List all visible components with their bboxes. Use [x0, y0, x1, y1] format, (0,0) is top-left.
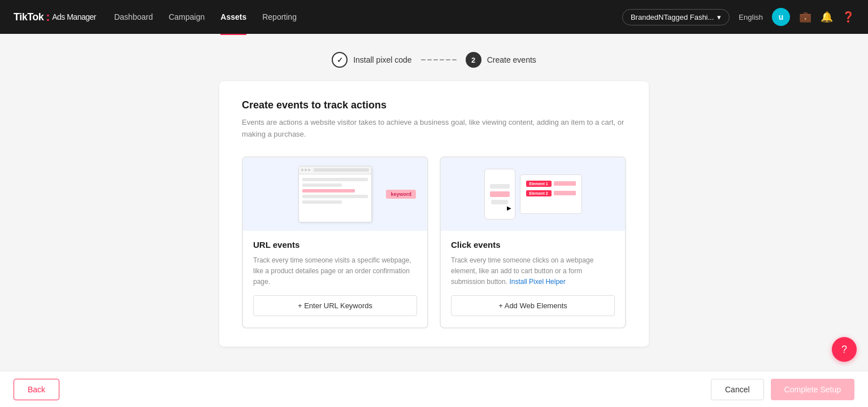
avatar[interactable]: u	[772, 8, 790, 26]
url-event-illustration: keyword	[243, 157, 427, 231]
url-event-desc: Track every time someone visits a specif…	[253, 255, 417, 288]
phone-row-1	[490, 184, 510, 189]
element-1-tag: Element 1	[526, 181, 552, 187]
navbar: TikTok: Ads Manager Dashboard Campaign A…	[0, 0, 868, 34]
install-pixel-helper-link[interactable]: Install Pixel Helper	[509, 278, 565, 286]
page-subtitle: Events are actions a website visitor tak…	[242, 117, 626, 141]
browser-row-2	[302, 183, 342, 187]
footer-right: Cancel Complete Setup	[711, 379, 854, 400]
briefcase-icon[interactable]: 💼	[799, 11, 811, 23]
click-event-desc: Track every time someone clicks on a web…	[451, 255, 615, 288]
content-card: Create events to track actions Events ar…	[219, 81, 649, 347]
checkmark-icon: ✓	[337, 56, 343, 64]
url-event-card: keyword URL events Track every time some…	[242, 156, 428, 329]
brand-dot: :	[46, 11, 50, 23]
brand-tiktok-text: TikTok	[14, 11, 44, 23]
browser-row-4	[302, 195, 368, 198]
step-divider	[421, 59, 457, 60]
click-event-illustration: ▶ Element 1 Element 2	[441, 157, 625, 231]
click-event-title: Click events	[451, 240, 615, 250]
element-row-2: Element 2	[526, 190, 576, 196]
url-event-body: URL events Track every time someone visi…	[243, 231, 427, 328]
browser-row-5	[302, 200, 342, 204]
browser-mock	[298, 166, 372, 222]
step-1: ✓ Install pixel code	[332, 52, 412, 68]
nav-campaign[interactable]: Campaign	[168, 10, 205, 24]
add-web-elements-button[interactable]: + Add Web Elements	[451, 295, 615, 316]
account-selector[interactable]: BrandedNTagged Fashi... ▾	[622, 9, 730, 25]
browser-dot-2	[305, 169, 307, 171]
browser-row-3	[302, 189, 355, 192]
question-icon: ?	[841, 344, 847, 356]
click-event-body: Click events Track every time someone cl…	[441, 231, 625, 328]
browser-url-bar	[314, 168, 369, 172]
nav-dashboard[interactable]: Dashboard	[114, 10, 153, 24]
step-1-circle: ✓	[332, 52, 348, 68]
page-title: Create events to track actions	[242, 99, 626, 111]
brand-logo[interactable]: TikTok: Ads Manager	[14, 11, 96, 23]
browser-dot-3	[308, 169, 310, 171]
event-cards: keyword URL events Track every time some…	[242, 156, 626, 329]
enter-url-keywords-button[interactable]: + Enter URL Keywords	[253, 295, 417, 316]
keyword-tag: keyword	[386, 190, 416, 199]
nav-links: Dashboard Campaign Assets Reporting	[114, 10, 604, 24]
step-2-circle: 2	[466, 52, 481, 68]
url-illustration-inner: keyword	[243, 157, 427, 231]
phone-btn-1	[490, 191, 510, 197]
element-2-tag: Element 2	[526, 190, 552, 196]
step-2: 2 Create events	[466, 52, 536, 68]
element-row-1: Element 1	[526, 181, 576, 187]
elements-mock: Element 1 Element 2	[520, 174, 582, 214]
complete-setup-button[interactable]: Complete Setup	[771, 379, 854, 400]
stepper: ✓ Install pixel code 2 Create events	[0, 34, 868, 81]
chevron-down-icon: ▾	[717, 13, 721, 21]
cursor-icon: ▶	[507, 205, 511, 211]
bell-icon[interactable]: 🔔	[821, 11, 833, 23]
browser-bar	[299, 167, 371, 174]
main-content: Create events to track actions Events ar…	[0, 81, 868, 392]
browser-row-1	[302, 178, 368, 181]
element-2-bar	[554, 191, 576, 195]
nav-assets[interactable]: Assets	[220, 10, 246, 24]
brand-ads-text: Ads Manager	[52, 12, 96, 21]
navbar-right: BrandedNTagged Fashi... ▾ English u 💼 🔔 …	[622, 8, 854, 26]
footer: Back Cancel Complete Setup	[0, 371, 868, 407]
element-1-bar	[554, 181, 576, 186]
step-2-label: Create events	[487, 55, 536, 64]
click-event-card: ▶ Element 1 Element 2	[440, 156, 626, 329]
phone-row-2	[491, 200, 508, 204]
browser-dot-1	[301, 169, 303, 171]
nav-reporting[interactable]: Reporting	[262, 10, 297, 24]
back-button[interactable]: Back	[14, 379, 59, 400]
help-fab-button[interactable]: ?	[832, 337, 857, 362]
phone-mock: ▶	[484, 169, 515, 220]
cancel-button[interactable]: Cancel	[711, 379, 764, 400]
help-circle-icon[interactable]: ❓	[842, 11, 854, 23]
language-selector[interactable]: English	[739, 13, 763, 21]
url-event-title: URL events	[253, 240, 417, 250]
elements-box: Element 1 Element 2	[520, 174, 582, 214]
browser-body	[299, 174, 371, 209]
account-name: BrandedNTagged Fashi...	[631, 13, 714, 21]
click-illustration-inner: ▶ Element 1 Element 2	[441, 157, 625, 231]
step-1-label: Install pixel code	[353, 55, 412, 64]
